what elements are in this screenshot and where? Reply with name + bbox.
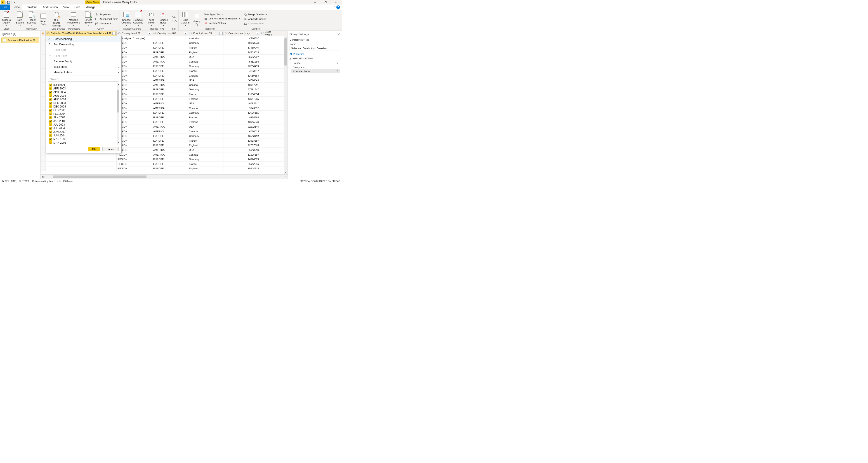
collapse-queries-icon[interactable]: 〈: [36, 32, 39, 36]
split-column-button[interactable]: Split Column: [180, 10, 191, 28]
close-and-apply-button[interactable]: ✕ Close & Apply: [1, 10, 12, 28]
filter-checklist-item[interactable]: FEB 2003: [48, 108, 119, 112]
filter-checkbox[interactable]: [49, 120, 52, 123]
filter-checklist-item[interactable]: JUN 2004: [48, 134, 119, 137]
column-header-gross-weight[interactable]: 1.2 Gross weight: [260, 31, 280, 36]
tab-file[interactable]: File: [0, 4, 10, 10]
horizontal-scrollbar[interactable]: 30 〈 〉: [41, 174, 287, 179]
filter-checklist-item[interactable]: APR 2003: [48, 87, 119, 90]
scroll-left-icon[interactable]: 〈: [46, 175, 49, 178]
scroll-right-icon[interactable]: 〉: [284, 175, 287, 178]
ok-button[interactable]: OK: [88, 147, 100, 151]
filter-checkbox[interactable]: [49, 127, 52, 130]
filter-checklist-item[interactable]: JUL 2004: [48, 127, 119, 130]
merge-queries-button[interactable]: ⧉Merge Queries: [243, 12, 270, 17]
replace-values-button[interactable]: ⤭Replace Values: [203, 21, 241, 25]
row-header-corner[interactable]: ▦: [41, 31, 46, 36]
filter-checklist-item[interactable]: MAR 1030: [48, 137, 119, 141]
advanced-editor-button[interactable]: 🗔Advanced Editor: [94, 17, 119, 21]
query-list-item[interactable]: Sales and Distribution: O...: [1, 37, 39, 43]
remove-rows-button[interactable]: Remove Rows: [158, 10, 169, 28]
filter-checkbox[interactable]: [49, 112, 52, 115]
filter-checkbox[interactable]: [49, 109, 52, 112]
window-close-button[interactable]: ✕: [331, 0, 341, 4]
remove-columns-button[interactable]: ✕ Remove Columns: [132, 10, 144, 28]
vertical-scrollbar[interactable]: ▴ ▾: [284, 36, 287, 174]
manage-button[interactable]: 🗐Manage: [94, 21, 119, 26]
filter-checkbox[interactable]: [49, 98, 52, 101]
filter-checklist-item[interactable]: AUG 2004: [48, 98, 119, 101]
tab-home[interactable]: Home: [10, 4, 22, 10]
new-source-button[interactable]: ✦ New Source: [14, 10, 26, 28]
table-row[interactable]: REGIONEUROPEGermany14826079: [41, 157, 287, 162]
column-filter-dropdown-icon[interactable]: ▾: [112, 32, 116, 35]
recent-sources-button[interactable]: 🕓 Recent Sources: [26, 10, 37, 28]
qat-customize-icon[interactable]: ▾: [13, 0, 17, 4]
filter-checkbox[interactable]: [49, 123, 52, 126]
filter-search-input[interactable]: [48, 77, 119, 82]
scrollbar-thumb[interactable]: [117, 90, 119, 112]
filter-checklist-item[interactable]: JUL 2003: [48, 123, 119, 127]
scroll-down-icon[interactable]: ▾: [117, 141, 119, 144]
filter-checklist-item[interactable]: DEC 2003: [48, 101, 119, 105]
applied-step-navigation[interactable]: Navigation: [291, 65, 340, 69]
filter-checklist-item[interactable]: (Select All): [48, 83, 119, 87]
column-header-country-l2[interactable]: Aᴮc Country.Level 02 ▾: [152, 31, 188, 36]
text-filters-menuitem[interactable]: Text Filters: [46, 64, 121, 70]
filter-checkbox[interactable]: [49, 131, 52, 133]
sort-ascending-menuitem[interactable]: A↓Sort Ascending: [46, 36, 121, 42]
gear-icon[interactable]: ⚙: [336, 70, 339, 73]
tab-transform[interactable]: Transform: [22, 4, 40, 10]
filter-checklist-item[interactable]: MAR 2003: [48, 141, 119, 144]
column-header-calendar[interactable]: Aᴮc Calendar Year/Month.Calendar Year/Mo…: [46, 31, 117, 36]
choose-columns-button[interactable]: Choose Columns: [121, 10, 132, 28]
filter-checklist-item[interactable]: AUG 2003: [48, 94, 119, 98]
all-properties-link[interactable]: All Properties: [289, 53, 340, 55]
group-by-button[interactable]: Group By: [191, 12, 203, 26]
window-restore-button[interactable]: ❐: [320, 0, 331, 4]
filter-checkbox[interactable]: [49, 84, 52, 87]
gear-icon[interactable]: ⚙: [336, 61, 339, 64]
delete-step-icon[interactable]: ✕: [293, 70, 295, 73]
data-source-settings-button[interactable]: ⚙ Data source settings: [51, 11, 62, 27]
filter-checkbox[interactable]: [49, 138, 52, 141]
filter-checklist-item[interactable]: JAN 2003: [48, 115, 119, 119]
scroll-down-icon[interactable]: ▾: [284, 171, 287, 174]
scrollbar-thumb[interactable]: [53, 175, 147, 178]
filter-list-scrollbar[interactable]: ▴ ▾: [117, 83, 119, 144]
scroll-up-icon[interactable]: ▴: [117, 83, 119, 86]
column-header-cost[interactable]: 1.2 Cost stats currency ▾: [224, 31, 260, 36]
ribbon-collapse-icon[interactable]: ˄: [334, 6, 335, 9]
filter-checklist-item[interactable]: JUN 2003: [48, 130, 119, 134]
column-header-country-l1[interactable]: Aᴮc Country.Level 01 ▾: [117, 31, 152, 36]
sort-descending-menuitem[interactable]: Z↓Sort Descending: [46, 42, 121, 47]
properties-section-header[interactable]: PROPERTIES: [289, 39, 340, 41]
keep-rows-button[interactable]: Keep Rows: [146, 10, 157, 28]
member-filters-menuitem[interactable]: Member Filters: [46, 70, 121, 75]
column-filter-dropdown-icon[interactable]: ▾: [184, 32, 187, 35]
data-type-button[interactable]: Data Type: Text: [203, 13, 241, 16]
tab-view[interactable]: View: [61, 4, 72, 10]
column-filter-dropdown-icon[interactable]: ▾: [219, 32, 223, 35]
applied-steps-section-header[interactable]: APPLIED STEPS: [289, 57, 340, 60]
filter-checklist-item[interactable]: FEB 2004: [48, 112, 119, 115]
filter-checkbox[interactable]: [49, 105, 52, 108]
refresh-preview-button[interactable]: ⟳ Refresh Preview: [82, 10, 94, 28]
sort-descending-button[interactable]: Z↓A: [171, 19, 178, 23]
close-panel-icon[interactable]: ✕: [338, 33, 340, 36]
enter-data-button[interactable]: Enter Data: [38, 12, 49, 26]
filter-checkbox[interactable]: [49, 134, 52, 137]
help-icon[interactable]: ?: [336, 5, 340, 9]
filter-checkbox[interactable]: [49, 102, 52, 105]
applied-step-added-items[interactable]: ✕Added Items⚙: [291, 69, 340, 73]
first-row-headers-button[interactable]: ▦Use First Row as Headers: [203, 16, 241, 21]
filter-checkbox[interactable]: [49, 141, 52, 144]
tab-manage[interactable]: Manage: [83, 4, 98, 10]
filter-checklist-item[interactable]: APR 2004: [48, 90, 119, 94]
column-filter-dropdown-icon[interactable]: ▾: [148, 32, 151, 35]
query-name-input[interactable]: [289, 46, 340, 51]
scrollbar-thumb[interactable]: [284, 38, 287, 66]
remove-empty-menuitem[interactable]: Remove Empty: [46, 59, 121, 64]
manage-parameters-button[interactable]: Manage Parameters: [68, 10, 79, 28]
filter-checkbox[interactable]: [49, 116, 52, 119]
